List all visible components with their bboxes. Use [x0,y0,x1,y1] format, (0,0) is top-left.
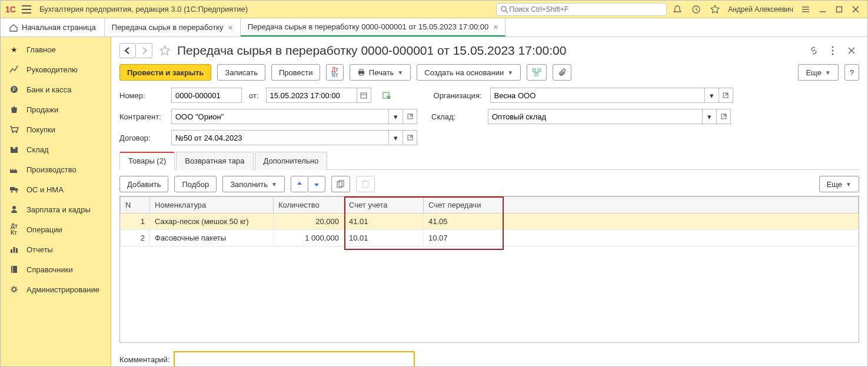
svg-rect-26 [538,69,541,71]
fill-label: Заполнить [230,180,268,189]
open-ref-icon[interactable] [403,130,417,145]
paste-button[interactable] [356,176,375,192]
date-input[interactable] [266,88,357,103]
tab-returnable[interactable]: Возвратная тара [176,152,253,170]
favorite-star-icon[interactable] [157,43,172,58]
post-and-close-button[interactable]: Провести и закрыть [119,64,211,81]
dtkt-button[interactable]: ДтКт [326,64,343,81]
sidebar-item-warehouse[interactable]: Склад [1,139,111,159]
cell-acc1[interactable]: 41.01 [344,213,424,230]
sidebar-item-catalogs[interactable]: Справочники [1,259,111,279]
open-ref-icon[interactable] [719,88,733,103]
copy-button[interactable] [331,176,350,192]
calendar-icon[interactable] [357,88,371,103]
status-posted-icon[interactable] [380,88,395,103]
sidebar-item-label: Операции [26,225,62,234]
add-row-button[interactable]: Добавить [119,176,168,192]
forward-button[interactable] [136,43,152,58]
close-button[interactable] [849,3,863,16]
link-icon[interactable] [806,43,822,58]
attach-button[interactable] [553,64,571,81]
chevron-down-icon: ▼ [825,69,831,76]
sidebar-item-label: Отчеты [26,245,53,254]
open-ref-icon[interactable] [403,109,417,124]
nav-tab[interactable]: Передача сырья в переработку 0000-000001… [241,18,506,36]
sidebar-item-assets[interactable]: ОС и НМА [1,179,111,199]
create-based-on-button[interactable]: Создать на основании▼ [417,64,521,81]
pick-button[interactable]: Подбор [174,176,217,192]
org-input[interactable] [490,88,705,103]
cell-acc2[interactable]: 41.05 [424,213,503,230]
bell-icon[interactable] [669,5,686,14]
cell-name[interactable]: Сахар-песок (мешок 50 кг) [150,213,274,230]
contractor-input[interactable] [171,109,389,124]
cell-acc2[interactable]: 10.07 [424,230,503,246]
search-input[interactable] [508,5,663,14]
maximize-button[interactable] [832,3,846,16]
comment-input[interactable] [174,351,415,366]
sidebar-item-operations[interactable]: ДтКтОперации [1,219,111,239]
svg-rect-27 [535,74,538,76]
cell-qty[interactable]: 20,000 [274,213,344,230]
number-input[interactable] [171,88,242,103]
help-button[interactable]: ? [844,64,859,81]
save-button[interactable]: Записать [217,64,265,81]
table-row[interactable]: 1 Сахар-песок (мешок 50 кг) 20,000 41.01… [121,213,859,230]
settings-icon[interactable] [798,5,813,14]
col-account-transfer[interactable]: Счет передачи [424,197,503,213]
table-row[interactable]: 2 Фасовочные пакеты 1 000,000 10.01 10.0… [121,230,859,246]
sidebar-item-main[interactable]: ★Главное [1,39,111,59]
sidebar-item-manager[interactable]: Руководителю [1,59,111,79]
sidebar-item-sales[interactable]: Продажи [1,99,111,119]
minimize-button[interactable] [816,3,830,16]
star-icon[interactable] [707,5,723,14]
sidebar-item-admin[interactable]: Администрирование [1,279,111,299]
more-button[interactable]: Еще▼ [798,64,838,81]
sidebar-item-hr[interactable]: Зарплата и кадры [1,199,111,219]
structure-button[interactable] [527,64,547,81]
cell-qty[interactable]: 1 000,000 [274,230,344,246]
fill-button[interactable]: Заполнить▼ [222,176,285,192]
sidebar-item-production[interactable]: Производство [1,159,111,179]
cell-acc1[interactable]: 10.01 [344,230,424,246]
sidebar-item-reports[interactable]: Отчеты [1,239,111,259]
chevron-down-icon: ▼ [397,69,403,76]
close-doc-icon[interactable] [844,43,859,58]
svg-rect-15 [16,248,18,253]
col-account-uchet[interactable]: Счет учета [344,197,424,213]
nav-home[interactable]: Начальная страница [1,18,105,36]
close-icon[interactable]: × [228,23,233,32]
tab-goods[interactable]: Товары (2) [119,152,175,170]
nav-tab[interactable]: Передача сырья в переработку × [105,18,241,36]
table-more-button[interactable]: Еще▼ [819,176,859,192]
chevron-down-icon[interactable]: ▾ [389,130,403,145]
close-icon[interactable]: × [493,22,498,32]
col-n[interactable]: N [121,197,150,213]
chevron-down-icon[interactable]: ▾ [705,88,719,103]
chevron-down-icon[interactable]: ▾ [389,109,403,124]
sidebar-item-label: Зарплата и кадры [26,205,91,214]
cell-n[interactable]: 1 [121,213,150,230]
col-nomenclature[interactable]: Номенклатура [150,197,274,213]
post-button[interactable]: Провести [271,64,321,81]
cell-n[interactable]: 2 [121,230,150,246]
menu-icon[interactable] [18,5,35,14]
tab-additional[interactable]: Дополнительно [255,152,328,170]
sidebar-item-bank[interactable]: ₽Банк и касса [1,79,111,99]
sidebar-item-label: ОС и НМА [26,185,64,194]
move-up-button[interactable] [291,176,308,192]
print-button[interactable]: Печать▼ [350,64,411,81]
more-vertical-icon[interactable] [825,43,840,58]
cell-name[interactable]: Фасовочные пакеты [150,230,274,246]
history-icon[interactable] [688,5,704,14]
col-quantity[interactable]: Количество [274,197,344,213]
global-search[interactable] [496,3,667,16]
chevron-down-icon[interactable]: ▾ [703,109,717,124]
warehouse-input[interactable] [488,109,703,124]
back-button[interactable] [119,43,136,58]
contract-input[interactable] [171,130,389,145]
sidebar-item-purchases[interactable]: Покупки [1,119,111,139]
user-name[interactable]: Андрей Алексеевич [726,5,796,14]
move-down-button[interactable] [308,176,325,192]
open-ref-icon[interactable] [717,109,731,124]
